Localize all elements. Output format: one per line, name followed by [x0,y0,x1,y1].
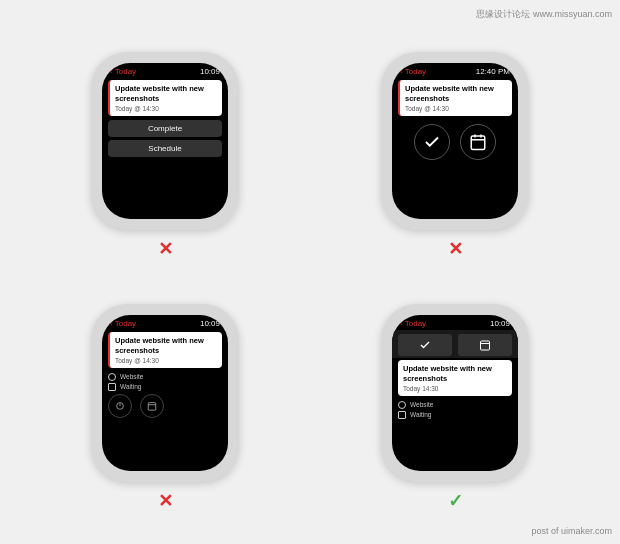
result-tr: ✕ [448,240,463,258]
result-tl: ✕ [158,240,173,258]
result-bl: ✕ [158,492,173,510]
notif-card-bl: Update website with new screenshots Toda… [108,332,222,368]
small-icon-row-bl [108,392,222,420]
cell-bottom-left: Today 10:09 Update website with new scre… [20,272,310,524]
back-label-tl: Today [110,67,136,76]
cell-top-right: Today 12:40 PM Update website with new s… [310,20,600,272]
check-bar-btn[interactable] [398,334,452,356]
cal-icon-bl[interactable] [140,394,164,418]
watch-bottom-right: Today 10:09 Update website with new scre… [381,304,529,482]
watermark-bottom: post of uimaker.com [531,526,612,536]
time-tl: 10:09 [200,67,220,76]
calendar-icon-btn[interactable] [460,124,496,160]
watch-top-right: Today 12:40 PM Update website with new s… [381,52,529,230]
icon-btn-row-tr [398,124,512,160]
notif-title-tr: Update website with new screenshots [405,84,507,104]
back-label-bl: Today [110,319,136,328]
back-label-tr: Today [400,67,426,76]
notif-card-tr: Update website with new screenshots Toda… [398,80,512,116]
notif-card-br: Update website with new screenshots Toda… [398,360,512,396]
list-item-website-br: Website [398,400,512,410]
notif-sub-tl: Today @ 14:30 [115,105,217,112]
dial-icon-bl[interactable] [108,394,132,418]
notif-title-br: Update website with new screenshots [403,364,507,384]
list-item-waiting-br: Waiting [398,410,512,420]
notif-sub-tr: Today @ 14:30 [405,105,507,112]
svg-rect-0 [471,136,485,150]
cell-bottom-right: Today 10:09 Update website with new scre… [310,272,600,524]
time-br: 10:09 [490,319,510,328]
list-item-website-bl: Website [108,372,222,382]
time-tr: 12:40 PM [476,67,510,76]
back-label-br: Today [400,319,426,328]
check-icon-btn[interactable] [414,124,450,160]
watermark-top: 思缘设计论坛 www.missyuan.com [476,8,612,21]
svg-rect-8 [481,341,490,350]
grid: Today 10:09 Update website with new scre… [0,0,620,544]
btn-complete[interactable]: Complete [108,120,222,137]
watch-top-left: Today 10:09 Update website with new scre… [91,52,239,230]
watch-bottom-left: Today 10:09 Update website with new scre… [91,304,239,482]
btn-schedule[interactable]: Schedule [108,140,222,157]
notif-card-tl: Update website with new screenshots Toda… [108,80,222,116]
svg-rect-6 [148,402,156,410]
cal-bar-btn[interactable] [458,334,512,356]
notif-title-bl: Update website with new screenshots [115,336,217,356]
notif-sub-br: Today 14:30 [403,385,507,392]
icon-bar-top [392,330,518,358]
notif-sub-bl: Today @ 14:30 [115,357,217,364]
list-item-waiting-bl: Waiting [108,382,222,392]
cell-top-left: Today 10:09 Update website with new scre… [20,20,310,272]
result-br: ✓ [448,492,463,510]
notif-title-tl: Update website with new screenshots [115,84,217,104]
time-bl: 10:09 [200,319,220,328]
